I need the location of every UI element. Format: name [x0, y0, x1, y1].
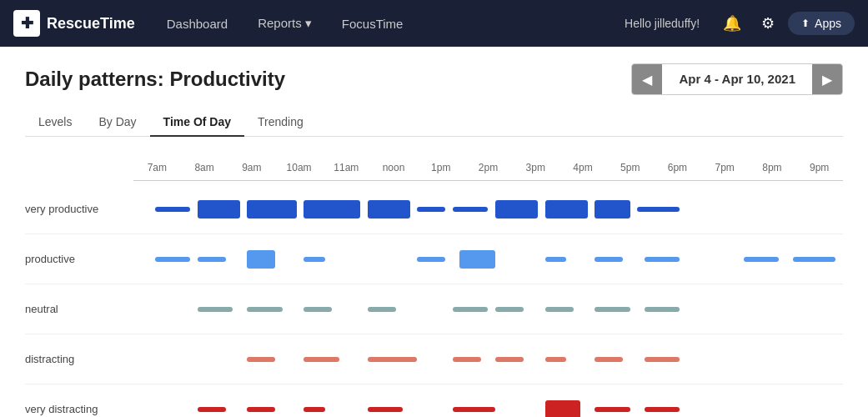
- time-label: 7am: [133, 162, 181, 173]
- bar-segment: [453, 357, 481, 362]
- time-label: 8am: [181, 162, 228, 173]
- time-label: 7pm: [701, 162, 749, 173]
- bar-segment: [155, 207, 191, 212]
- next-date-button[interactable]: ▶: [812, 64, 842, 94]
- time-label: 1pm: [417, 162, 464, 173]
- bar-segment: [247, 407, 275, 412]
- bar-segment: [453, 307, 489, 312]
- time-label: 6pm: [654, 162, 701, 173]
- bar-segment: [247, 307, 283, 312]
- time-label: 3pm: [512, 162, 559, 173]
- bar-segment: [595, 307, 630, 312]
- bar-segment: [645, 407, 680, 412]
- bar-segment: [198, 407, 226, 412]
- bar-segment: [595, 357, 623, 362]
- bar-segment: [545, 400, 581, 418]
- bar-segment: [453, 407, 495, 412]
- tab-levels[interactable]: Levels: [25, 108, 85, 137]
- bar-segment: [545, 307, 574, 312]
- bar-segment: [198, 257, 226, 262]
- page-header: Daily patterns: Productivity ◀ Apr 4 - A…: [25, 63, 843, 95]
- user-greeting: Hello jilleduffy!: [625, 17, 700, 30]
- time-label: 11am: [323, 162, 370, 173]
- bar-segment: [545, 257, 567, 262]
- chart-row: neutral: [25, 284, 843, 334]
- apps-button[interactable]: ⬆ Apps: [788, 12, 855, 35]
- prev-date-button[interactable]: ◀: [632, 64, 662, 94]
- bar-segment: [247, 250, 275, 269]
- chart-row: productive: [25, 234, 843, 284]
- row-label: very productive: [25, 203, 133, 215]
- navbar: ✚ RescueTime Dashboard Reports FocusTime…: [0, 0, 868, 47]
- bar-segment: [545, 357, 567, 362]
- chart-rows: very productiveproductiveneutraldistract…: [25, 184, 843, 417]
- row-bars: [133, 334, 843, 384]
- axis-line: [133, 180, 843, 181]
- bar-segment: [247, 357, 275, 362]
- row-bars: [133, 384, 843, 417]
- main-content: Daily patterns: Productivity ◀ Apr 4 - A…: [0, 47, 868, 417]
- chart-row: distracting: [25, 334, 843, 384]
- time-label: 9am: [228, 162, 275, 173]
- bell-button[interactable]: 🔔: [716, 9, 748, 38]
- tab-timeofday[interactable]: Time Of Day: [150, 108, 244, 137]
- chart-row: very productive: [25, 184, 843, 234]
- tab-trending[interactable]: Trending: [244, 108, 317, 137]
- bar-segment: [595, 200, 630, 219]
- time-label: 8pm: [749, 162, 796, 173]
- bar-segment: [495, 357, 524, 362]
- bar-segment: [495, 200, 538, 219]
- apps-icon: ⬆: [801, 18, 810, 29]
- time-label: 10am: [275, 162, 323, 173]
- time-label: 2pm: [464, 162, 512, 173]
- time-label: noon: [370, 162, 418, 173]
- apps-label: Apps: [815, 17, 841, 30]
- bar-segment: [304, 257, 325, 262]
- bar-segment: [368, 407, 404, 412]
- bar-segment: [645, 307, 680, 312]
- chart-row: very distracting: [25, 384, 843, 417]
- row-label: productive: [25, 253, 133, 265]
- bar-segment: [744, 257, 780, 262]
- bar-segment: [645, 257, 680, 262]
- nav-reports[interactable]: Reports: [246, 9, 324, 38]
- page-title: Daily patterns: Productivity: [25, 68, 285, 91]
- bar-segment: [637, 207, 680, 212]
- logo: ✚ RescueTime: [13, 10, 135, 37]
- time-label: 4pm: [559, 162, 607, 173]
- row-label: distracting: [25, 353, 133, 365]
- bar-segment: [645, 357, 680, 362]
- tab-bar: Levels By Day Time Of Day Trending: [25, 108, 843, 137]
- logo-icon: ✚: [13, 10, 40, 37]
- bar-segment: [793, 257, 835, 262]
- row-bars: [133, 284, 843, 334]
- time-axis: 7am8am9am10am11amnoon1pm2pm3pm4pm5pm6pm7…: [133, 162, 843, 173]
- bar-segment: [459, 250, 495, 269]
- nav-focustime[interactable]: FocusTime: [330, 10, 415, 38]
- nav-dashboard[interactable]: Dashboard: [155, 10, 239, 38]
- bar-segment: [368, 307, 396, 312]
- bar-segment: [198, 200, 240, 219]
- time-label: 5pm: [606, 162, 654, 173]
- bar-segment: [368, 357, 418, 362]
- bar-segment: [545, 200, 588, 219]
- bar-segment: [304, 407, 325, 412]
- bar-segment: [595, 407, 630, 412]
- row-label: neutral: [25, 303, 133, 315]
- logo-text: RescueTime: [47, 15, 135, 33]
- bar-segment: [155, 257, 191, 262]
- bar-segment: [304, 357, 339, 362]
- bar-segment: [247, 200, 297, 219]
- bar-segment: [453, 207, 489, 212]
- tab-byday[interactable]: By Day: [85, 108, 149, 137]
- bar-segment: [595, 257, 623, 262]
- row-label: very distracting: [25, 403, 133, 415]
- row-bars: [133, 184, 843, 234]
- date-navigator: ◀ Apr 4 - Apr 10, 2021 ▶: [631, 63, 843, 95]
- time-label: 9pm: [795, 162, 843, 173]
- bar-segment: [368, 200, 410, 219]
- settings-button[interactable]: ⚙: [755, 9, 781, 38]
- bar-segment: [304, 200, 360, 219]
- bar-segment: [495, 307, 524, 312]
- date-range-label: Apr 4 - Apr 10, 2021: [662, 64, 812, 94]
